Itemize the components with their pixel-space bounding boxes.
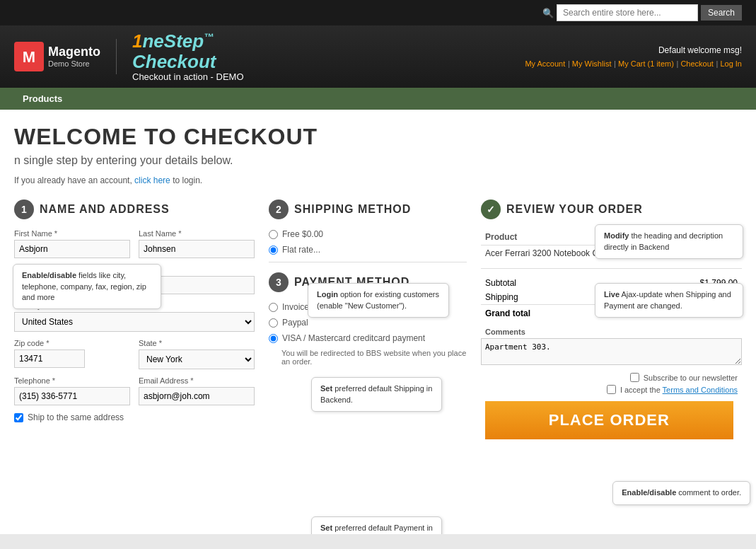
callout-modify-heading: Modify the heading and decription direct… (595, 224, 743, 259)
toc-link[interactable]: Terms and Conditions (663, 386, 738, 394)
shipping-label: Shipping (485, 292, 518, 302)
shipping-flat-label: Flat rate... (282, 245, 320, 255)
onestep-tm: ™ (204, 31, 214, 42)
callout-preferred-payment: Set preferred default Payment in Backend… (311, 516, 442, 534)
click-here-login[interactable]: click here (134, 175, 170, 185)
magento-icon: M (14, 42, 44, 71)
callout-payment-text: preferred default Payment in Backend. (320, 524, 433, 534)
payment-invoice-radio[interactable] (269, 303, 278, 312)
newsletter-label: Subscribe to our newsletter (644, 374, 738, 382)
last-name-group: Last Name * (139, 229, 255, 258)
subtotal-label: Subtotal (485, 278, 516, 288)
magento-brand-text: Magento Demo Store (48, 45, 100, 68)
callout-comment-bold: Enable/disable (622, 488, 676, 497)
email-group: Email Address * (139, 376, 255, 405)
shipping-options: Free $0.00 Flat rate... (269, 229, 467, 255)
toc-row: I accept the Terms and Conditions (485, 385, 738, 394)
payment-visa-note: You will be redirected to BBS website wh… (281, 349, 467, 366)
email-label: Email Address * (139, 376, 255, 385)
state-group: State * New York (139, 339, 255, 369)
checkout-subtitle: n single step by entering your details b… (14, 154, 742, 167)
login-notice: If you already have an account, click he… (14, 175, 742, 185)
callout-modify-heading-bold: Modify (604, 231, 629, 240)
state-label: State * (139, 339, 255, 347)
search-button[interactable]: Search (701, 5, 742, 21)
state-select[interactable]: New York (139, 349, 255, 369)
my-account-link[interactable]: My Account (525, 59, 565, 68)
shipping-free-radio[interactable] (269, 230, 278, 239)
onestep-step: neStep (142, 30, 204, 52)
header-links: My Account | My Wishlist | My Cart (1 it… (525, 58, 742, 69)
last-name-label: Last Name * (139, 229, 255, 238)
email-input[interactable] (139, 387, 255, 405)
shipping-header: 2 SHIPPING METHOD (269, 200, 467, 219)
my-wishlist-link[interactable]: My Wishlist (572, 59, 612, 68)
callout-live-ajax: Live Ajax-update when Shipping and Payme… (595, 283, 743, 318)
telephone-group: Telephone * (14, 376, 130, 405)
callout-live-ajax-text: Ajax-update when Shipping and Payment ar… (604, 290, 731, 309)
zip-label: Zip code * (14, 339, 130, 347)
ship-same-checkbox[interactable] (14, 413, 23, 422)
first-name-group: First Name * (14, 229, 130, 258)
callout-login-option: Login option for existing customers (ena… (308, 283, 449, 318)
comments-textarea[interactable]: Apartment 303. (481, 338, 742, 365)
nav-products[interactable]: Products (14, 88, 71, 110)
callout-shipping-text: preferred default Shipping in Backend. (320, 384, 432, 403)
payment-paypal-radio[interactable] (269, 318, 278, 328)
search-icon: 🔍 (542, 8, 554, 18)
payment-visa-option: VISA / Mastercard creditcard payment (269, 333, 467, 343)
search-input[interactable] (557, 4, 698, 21)
country-select[interactable]: United States (14, 312, 255, 332)
shipping-free-label: Free $0.00 (282, 229, 323, 239)
onestep-subtitle: Checkout in action - DEMO (132, 71, 244, 82)
nav-bar: Products (0, 88, 756, 110)
order-review-title: REVIEW YOUR ORDER (506, 203, 643, 216)
name-address-section: 1 NAME AND ADDRESS First Name * Last Nam… (14, 200, 255, 439)
svg-text:M: M (23, 48, 35, 66)
order-review-header: ✓ REVIEW YOUR ORDER (481, 200, 742, 219)
step3-circle: 3 (269, 272, 289, 292)
phone-email-row: Telephone * Email Address * (14, 376, 255, 405)
onestep-logo-area: 1neStep™ Checkout Checkout in action - D… (132, 31, 244, 82)
callout-live-ajax-bold: Live (604, 290, 620, 299)
payment-visa-label: VISA / Mastercard creditcard payment (282, 333, 425, 343)
payment-paypal-option: Paypal (269, 318, 467, 328)
grand-total-label: Grand total (485, 308, 530, 318)
checkout-link[interactable]: Checkout (680, 59, 713, 68)
newsletter-row: Subscribe to our newsletter (485, 373, 738, 382)
callout-payment-bold: Set (320, 524, 332, 532)
shipping-free-option: Free $0.00 (269, 229, 467, 239)
onestep-one: 1 (132, 30, 142, 52)
callout-comment-text: comment to order. (676, 488, 741, 497)
name-address-header: 1 NAME AND ADDRESS (14, 200, 255, 219)
place-order-button[interactable]: PLACE ORDER (485, 401, 733, 439)
zip-input[interactable] (14, 349, 85, 368)
header-main: M Magento Demo Store 1neStep™ Checkout C… (0, 25, 756, 88)
newsletter-checkbox[interactable] (630, 373, 639, 382)
callout-login-bold: Login (317, 290, 338, 299)
zip-state-row: Zip code * State * New York (14, 339, 255, 369)
shipping-flat-radio[interactable] (269, 245, 278, 255)
step1-circle: 1 (14, 200, 34, 219)
onestep-checkout: Checkout (132, 51, 216, 72)
callout-enable-comment: Enable/disable comment to order. (612, 481, 750, 504)
shipping-flat-option: Flat rate... (269, 245, 467, 255)
main-content: WELCOME TO CHECKOUT n single step by ent… (0, 110, 756, 534)
toc-checkbox[interactable] (607, 385, 616, 394)
payment-paypal-label: Paypal (282, 318, 308, 328)
payment-visa-radio[interactable] (269, 334, 278, 343)
telephone-label: Telephone * (14, 376, 130, 385)
last-name-input[interactable] (139, 240, 255, 258)
shipping-title: SHIPPING METHOD (294, 203, 411, 216)
checkout-title: WELCOME TO CHECKOUT (14, 124, 742, 150)
my-cart-link[interactable]: My Cart (1 item) (618, 59, 674, 68)
first-name-input[interactable] (14, 240, 130, 258)
login-link[interactable]: Log In (720, 59, 742, 68)
ship-same-label: Ship to the same address (28, 412, 124, 422)
callout-preferred-shipping: Set preferred default Shipping in Backen… (311, 377, 442, 412)
callout-shipping-bold: Set (320, 384, 332, 393)
name-row: First Name * Last Name * (14, 229, 255, 258)
comments-label: Comments (485, 328, 738, 336)
logo-area: M Magento Demo Store 1neStep™ Checkout C… (14, 31, 244, 82)
telephone-input[interactable] (14, 387, 130, 405)
